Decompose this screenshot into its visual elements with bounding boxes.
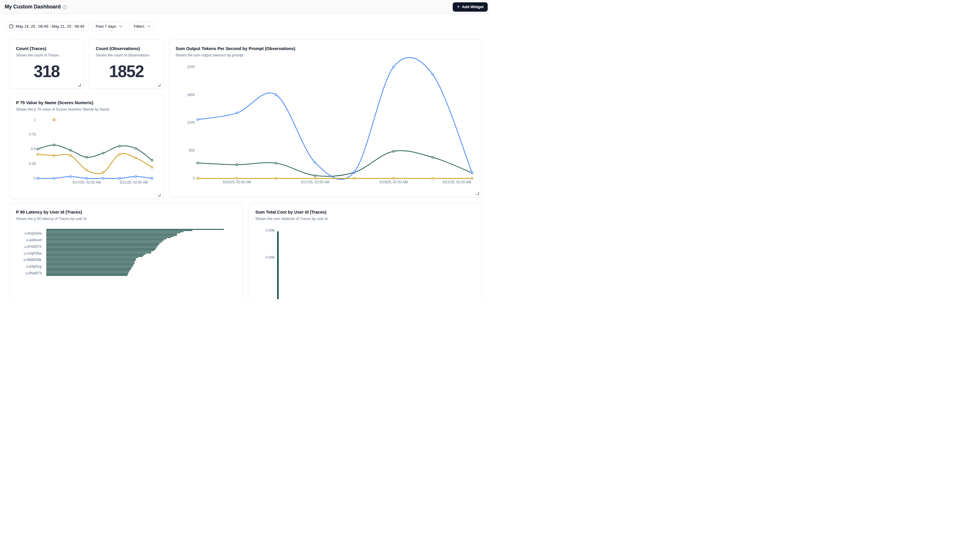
latency-bar[interactable] [46,269,131,270]
resize-handle[interactable] [78,84,81,86]
tokens-line-chart[interactable]: 05501100165022005/15/25, 02:00 AM5/17/25… [169,40,482,197]
resize-handle[interactable] [158,84,161,86]
widget-subtitle: Shows the count of Observations [96,53,157,57]
latency-bar[interactable] [46,234,177,235]
latency-bar[interactable] [46,239,164,240]
data-point-blue[interactable] [118,178,120,179]
latency-bar[interactable] [46,256,143,257]
data-point-blue[interactable] [353,171,355,173]
latency-bar[interactable] [46,231,184,232]
data-point-orange[interactable] [53,154,55,156]
y-axis-tick-label: 550 [189,148,195,152]
data-point-blue[interactable] [432,74,434,75]
latency-bar[interactable] [46,241,163,241]
data-point-green[interactable] [135,147,137,149]
data-point-orange[interactable] [70,154,71,156]
latency-bar[interactable] [46,236,174,237]
outlier-data-point-orange[interactable] [53,119,55,121]
data-point-blue[interactable] [37,178,38,179]
y-axis-tick-label: 1650 [187,93,195,97]
data-point-blue[interactable] [151,178,153,179]
latency-bar[interactable] [46,258,136,259]
metric-value: 1852 [96,63,157,80]
latency-bar[interactable] [46,250,154,251]
data-point-blue[interactable] [314,162,316,163]
data-point-orange[interactable] [151,166,153,168]
data-point-green[interactable] [53,144,55,146]
data-point-orange[interactable] [236,178,237,179]
data-point-orange[interactable] [86,169,88,171]
data-point-blue[interactable] [236,112,237,114]
data-point-orange[interactable] [393,178,395,179]
p75-line-chart[interactable]: 00.250.50.7515/17/25, 02:00 AM5/21/25, 0… [10,94,163,199]
latency-bar[interactable] [46,257,138,258]
data-point-green[interactable] [86,156,88,158]
latency-bar[interactable] [46,249,156,250]
latency-bar[interactable] [46,244,159,245]
data-point-green[interactable] [314,174,316,176]
latency-bar[interactable] [46,273,129,274]
latency-bar[interactable] [46,262,135,263]
data-point-green[interactable] [102,152,104,154]
latency-bar[interactable] [46,229,224,230]
latency-bar[interactable] [46,246,158,246]
data-point-orange[interactable] [353,178,355,179]
latency-bar[interactable] [46,255,144,256]
latency-bar[interactable] [46,243,160,244]
data-point-green[interactable] [275,162,277,164]
latency-bar[interactable] [46,266,134,266]
widget-tokens-line-chart: Sum Output Tokens Per Second by Prompt (… [169,40,482,197]
latency-bar[interactable] [46,267,132,268]
y-axis-tick-label: 0.25 [29,162,36,166]
latency-bar[interactable] [46,252,151,254]
data-point-blue[interactable] [393,66,395,68]
data-point-blue[interactable] [471,172,473,173]
data-point-orange[interactable] [118,153,120,155]
data-point-orange[interactable] [471,178,473,179]
latency-bar[interactable] [46,261,135,262]
data-point-orange[interactable] [275,178,277,179]
resize-handle[interactable] [158,194,161,197]
data-point-orange[interactable] [432,178,434,179]
data-point-green[interactable] [37,148,38,150]
latency-bar[interactable] [46,230,192,231]
resize-handle[interactable] [476,192,479,195]
data-point-orange[interactable] [197,178,199,179]
data-point-blue[interactable] [102,178,104,179]
data-point-green[interactable] [70,149,71,151]
data-point-orange[interactable] [135,157,137,159]
data-point-orange[interactable] [37,153,38,155]
data-point-orange[interactable] [102,172,104,173]
latency-bar[interactable] [46,260,136,260]
latency-bar[interactable] [46,237,171,238]
data-point-green[interactable] [393,151,395,152]
data-point-blue[interactable] [135,176,137,178]
latency-bar[interactable] [46,242,162,243]
data-point-blue[interactable] [275,94,277,95]
data-point-green[interactable] [236,164,237,166]
latency-bar[interactable] [46,271,129,272]
latency-bar[interactable] [46,251,151,252]
p90-bar-chart[interactable]: u-8sq2w4au-aobnuxfu-tFAR5TXu-zVqP3hwu-5M… [10,203,243,274]
data-point-orange[interactable] [314,178,316,179]
data-point-blue[interactable] [70,176,71,178]
latency-bar[interactable] [46,263,135,264]
data-point-blue[interactable] [53,178,55,179]
data-point-green[interactable] [197,162,199,164]
latency-bar[interactable] [46,235,177,236]
data-point-green[interactable] [118,145,120,147]
latency-bar[interactable] [46,238,167,239]
data-point-green[interactable] [151,159,153,161]
data-point-blue[interactable] [86,178,88,179]
latency-bar[interactable] [46,254,146,255]
latency-bar[interactable] [46,248,156,249]
latency-bar[interactable] [46,233,180,233]
latency-bar[interactable] [46,265,134,265]
cost-bar-chart[interactable]: 0.0080.006 [249,203,482,274]
data-point-green[interactable] [432,157,434,158]
cost-bar[interactable] [277,231,278,274]
latency-bar[interactable] [46,268,131,269]
latency-bar[interactable] [46,247,157,247]
latency-bar[interactable] [46,270,130,271]
data-point-blue[interactable] [197,119,199,120]
